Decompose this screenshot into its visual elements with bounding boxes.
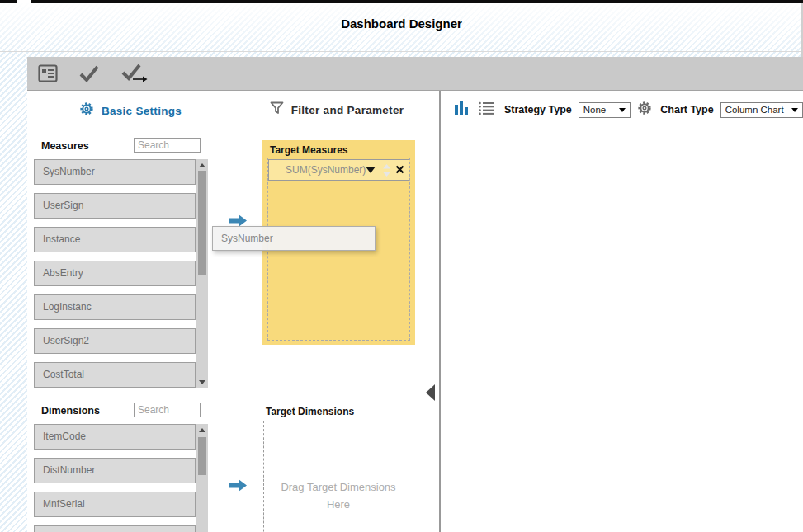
form-settings-icon[interactable] bbox=[38, 64, 58, 82]
target-dimensions-dropzone[interactable]: Drag Target Dimensions Here bbox=[263, 421, 413, 532]
dimension-list-item[interactable]: MnfSerial bbox=[34, 492, 196, 517]
strategy-type-value: None bbox=[583, 105, 607, 115]
basic-settings-label: Basic Settings bbox=[102, 105, 182, 117]
basic-settings-header[interactable]: Basic Settings bbox=[27, 91, 234, 130]
filter-parameter-header[interactable]: Filter and Parameter bbox=[234, 91, 439, 129]
target-dimensions-drop-hint: Drag Target Dimensions Here bbox=[272, 479, 405, 514]
panel-collapse-arrow[interactable] bbox=[426, 384, 435, 401]
measure-list-item[interactable]: SysNumber bbox=[34, 159, 196, 185]
bar-chart-view-icon[interactable] bbox=[455, 101, 469, 120]
dimension-list-item[interactable]: DistNumber bbox=[34, 458, 196, 483]
dimensions-scrollbar-thumb[interactable] bbox=[198, 437, 206, 475]
filter-parameter-label: Filter and Parameter bbox=[291, 104, 404, 116]
selected-measure-pill[interactable]: SUM(SysNumber) bbox=[268, 159, 409, 181]
app-header: Dashboard Designer bbox=[0, 3, 803, 52]
toolbar bbox=[27, 57, 803, 91]
measures-search-input[interactable] bbox=[134, 138, 201, 153]
strategy-type-select[interactable]: None bbox=[579, 102, 631, 118]
confirm-proceed-icon[interactable] bbox=[120, 64, 150, 83]
scroll-up-icon[interactable] bbox=[199, 428, 205, 432]
chart-type-select[interactable]: Column Chart bbox=[720, 102, 803, 118]
dimensions-label: Dimensions bbox=[41, 405, 100, 417]
measures-list: SysNumberUserSignInstanceAbsEntryLogInst… bbox=[34, 159, 196, 396]
measure-dropdown-caret-icon[interactable] bbox=[366, 167, 376, 173]
measures-label: Measures bbox=[41, 140, 89, 152]
measure-reorder-icon[interactable] bbox=[382, 163, 391, 177]
left-margin-stripes bbox=[0, 57, 27, 532]
measure-list-item[interactable]: UserSign2 bbox=[34, 328, 196, 354]
chart-type-label: Chart Type bbox=[660, 104, 713, 115]
scroll-down-icon[interactable] bbox=[199, 380, 205, 384]
dimensions-list: ItemCodeDistNumberMnfSerial bbox=[34, 424, 196, 532]
dimension-list-item-partial[interactable] bbox=[34, 525, 196, 532]
gear-icon bbox=[79, 101, 94, 120]
chart-type-value: Column Chart bbox=[725, 105, 784, 115]
drag-ghost: SysNumber bbox=[212, 226, 376, 251]
list-view-icon[interactable] bbox=[479, 101, 494, 118]
filter-funnel-icon bbox=[270, 101, 284, 118]
measure-list-item[interactable]: AbsEntry bbox=[34, 261, 196, 286]
measure-list-item[interactable]: Instance bbox=[34, 227, 196, 252]
measures-scrollbar[interactable] bbox=[196, 159, 208, 388]
select-caret-icon bbox=[619, 108, 626, 112]
target-dimensions-title: Target Dimensions bbox=[266, 406, 354, 417]
target-measures-title: Target Measures bbox=[262, 140, 415, 156]
measure-list-item[interactable]: LogInstanc bbox=[34, 294, 196, 320]
strategy-gear-icon[interactable] bbox=[637, 101, 652, 119]
scroll-up-icon[interactable] bbox=[199, 163, 205, 167]
selected-measure-label: SUM(SysNumber) bbox=[286, 164, 366, 176]
dimensions-flow-arrow-icon bbox=[229, 478, 248, 496]
measure-list-item[interactable]: UserSign bbox=[34, 193, 196, 219]
chart-controls-bar: Strategy Type None Chart Type Column Cha… bbox=[441, 91, 803, 129]
basic-settings-panel: Basic Settings Measures SysNumberUserSig… bbox=[27, 91, 234, 532]
dimension-list-item[interactable]: ItemCode bbox=[34, 424, 196, 450]
select-caret-icon bbox=[791, 108, 798, 112]
filter-parameter-panel: Filter and Parameter Target Measures SUM… bbox=[234, 91, 439, 532]
remove-measure-icon[interactable] bbox=[395, 162, 404, 177]
dimensions-search-input[interactable] bbox=[134, 403, 201, 417]
strategy-type-label: Strategy Type bbox=[504, 104, 572, 115]
confirm-icon[interactable] bbox=[78, 64, 101, 82]
page-title: Dashboard Designer bbox=[0, 16, 803, 31]
measure-list-item[interactable]: CostTotal bbox=[34, 362, 196, 388]
dimensions-scrollbar[interactable] bbox=[196, 424, 208, 532]
chart-preview-panel: Strategy Type None Chart Type Column Cha… bbox=[439, 91, 803, 532]
dashboard-designer-window: Dashboard Designer bbox=[0, 0, 803, 532]
measures-scrollbar-thumb[interactable] bbox=[198, 171, 206, 275]
